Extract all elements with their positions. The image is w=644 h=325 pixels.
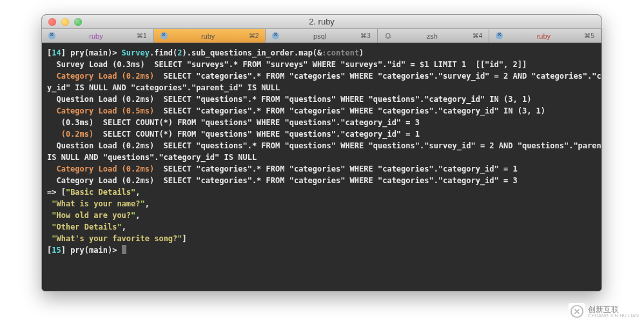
cursor	[122, 245, 126, 254]
tab-label: zsh	[392, 32, 473, 40]
tab-0[interactable]: ruby⌘1	[42, 29, 154, 43]
terminal-window: 2. ruby ruby⌘1ruby⌘2psql⌘3zsh⌘4ruby⌘5 [1…	[41, 14, 602, 291]
terminal-line: Category Load (0.2ms) SELECT "categories…	[47, 175, 596, 186]
close-tab-icon[interactable]	[161, 32, 168, 39]
tab-shortcut: ⌘3	[360, 32, 371, 39]
terminal-line: (0.3ms) SELECT COUNT(*) FROM "questions"…	[47, 117, 596, 128]
terminal-line: "What's your favorite song?"]	[47, 233, 596, 244]
tab-1[interactable]: ruby⌘2	[154, 29, 266, 43]
terminal-line: y_id" IS NULL AND "categories"."parent_i…	[47, 82, 596, 94]
terminal-line: "How old are you?",	[47, 210, 596, 221]
terminal-line: Category Load (0.2ms) SELECT "categories…	[47, 70, 596, 82]
terminal-content[interactable]: [14] pry(main)> Survey.find(2).sub_quest…	[42, 43, 601, 291]
terminal-line: "Other Details",	[47, 221, 596, 233]
window-title: 2. ruby	[42, 17, 601, 26]
tab-label: ruby	[168, 32, 249, 40]
terminal-line: Question Load (0.2ms) SELECT "questions"…	[47, 94, 596, 105]
tab-4[interactable]: ruby⌘5	[489, 29, 601, 43]
tab-shortcut: ⌘4	[473, 32, 483, 39]
terminal-line: [15] pry(main)>	[47, 244, 596, 256]
tab-2[interactable]: psql⌘3	[266, 29, 378, 43]
terminal-line: Question Load (0.2ms) SELECT "questions"…	[47, 140, 596, 152]
tab-shortcut: ⌘1	[137, 32, 147, 39]
watermark-logo-icon	[569, 303, 585, 320]
watermark: 创新互联 CHUANG XIN HU LIAN	[569, 303, 639, 320]
close-tab-icon[interactable]	[272, 32, 279, 39]
tab-shortcut: ⌘2	[249, 32, 259, 39]
close-tab-icon[interactable]	[48, 32, 55, 39]
close-tab-icon[interactable]	[496, 32, 503, 39]
tab-label: psql	[279, 32, 360, 40]
tab-label: ruby	[55, 32, 137, 40]
terminal-line: "What is your name?",	[47, 198, 596, 210]
tab-3[interactable]: zsh⌘4	[378, 29, 490, 43]
bell-icon	[384, 32, 392, 41]
terminal-line: Survey Load (0.3ms) SELECT "surveys".* F…	[47, 59, 596, 70]
watermark-text: 创新互联 CHUANG XIN HU LIAN	[588, 306, 639, 318]
terminal-line: IS NULL AND "questions"."category_id" IS…	[47, 152, 596, 163]
tab-label: ruby	[503, 32, 584, 40]
titlebar[interactable]: 2. ruby	[42, 15, 601, 29]
terminal-line: [14] pry(main)> Survey.find(2).sub_quest…	[47, 47, 596, 59]
terminal-line: Category Load (0.2ms) SELECT "categories…	[47, 163, 596, 175]
tab-bar: ruby⌘1ruby⌘2psql⌘3zsh⌘4ruby⌘5	[42, 29, 601, 43]
terminal-line: (0.2ms) SELECT COUNT(*) FROM "questions"…	[47, 128, 596, 140]
tab-shortcut: ⌘5	[584, 32, 594, 39]
terminal-line: => ["Basic Details",	[47, 186, 596, 198]
terminal-line: Category Load (0.5ms) SELECT "categories…	[47, 105, 596, 117]
